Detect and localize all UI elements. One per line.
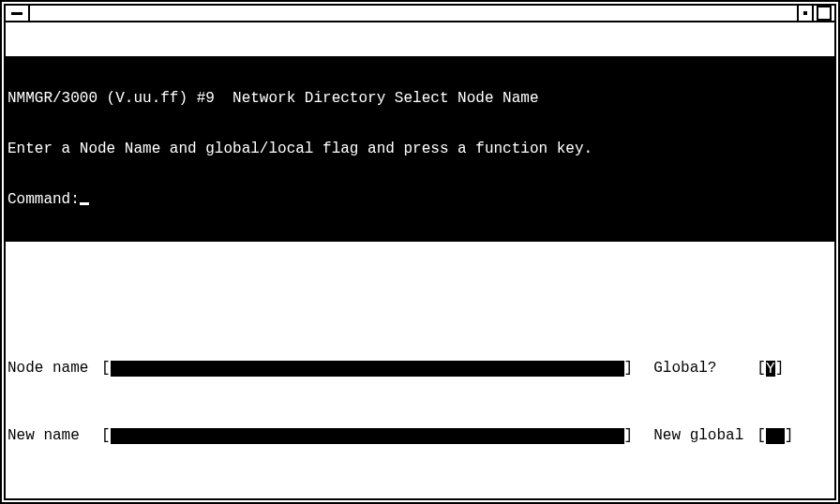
node-name-row: Node name [] Global? [Y] bbox=[6, 360, 834, 377]
window-inner-frame: NMMGR/3000 (V.uu.ff) #9 Network Director… bbox=[4, 4, 836, 500]
system-menu-icon[interactable] bbox=[6, 6, 30, 21]
new-name-label: New name bbox=[8, 427, 101, 444]
node-name-label: Node name bbox=[8, 360, 101, 377]
window-outer-frame: NMMGR/3000 (V.uu.ff) #9 Network Director… bbox=[0, 0, 840, 504]
cursor-icon bbox=[80, 202, 89, 205]
header-title: NMMGR/3000 (V.uu.ff) #9 Network Director… bbox=[8, 90, 832, 107]
command-label: Command: bbox=[8, 191, 80, 208]
screen-content: NMMGR/3000 (V.uu.ff) #9 Network Director… bbox=[6, 22, 834, 504]
maximize-button[interactable] bbox=[814, 6, 834, 21]
node-name-input[interactable] bbox=[111, 361, 624, 377]
command-line[interactable]: Command: bbox=[8, 191, 832, 208]
minimize-button[interactable] bbox=[797, 6, 814, 21]
screen-header: NMMGR/3000 (V.uu.ff) #9 Network Director… bbox=[6, 56, 834, 242]
new-name-row: New name [] New global [] bbox=[6, 427, 834, 444]
global-label: Global? bbox=[653, 360, 757, 377]
new-name-input[interactable] bbox=[111, 428, 624, 444]
window-title-bar bbox=[6, 6, 834, 22]
new-global-label: New global bbox=[653, 427, 757, 444]
global-input[interactable]: Y bbox=[766, 361, 775, 377]
title-bar-drag[interactable] bbox=[30, 6, 797, 21]
header-instruction: Enter a Node Name and global/local flag … bbox=[8, 141, 832, 157]
new-global-input[interactable] bbox=[766, 428, 785, 444]
